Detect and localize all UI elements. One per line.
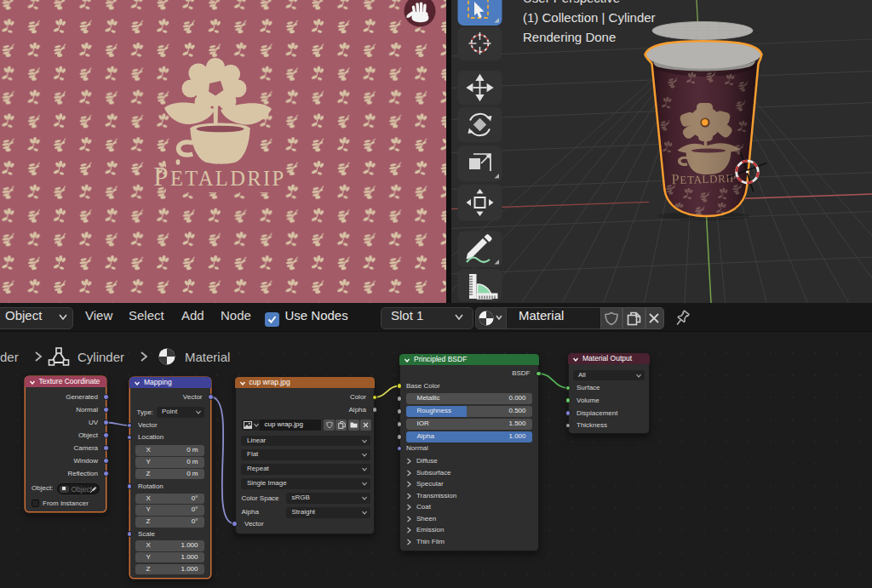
svg-text:PETALDRIP: PETALDRIP xyxy=(153,162,285,191)
